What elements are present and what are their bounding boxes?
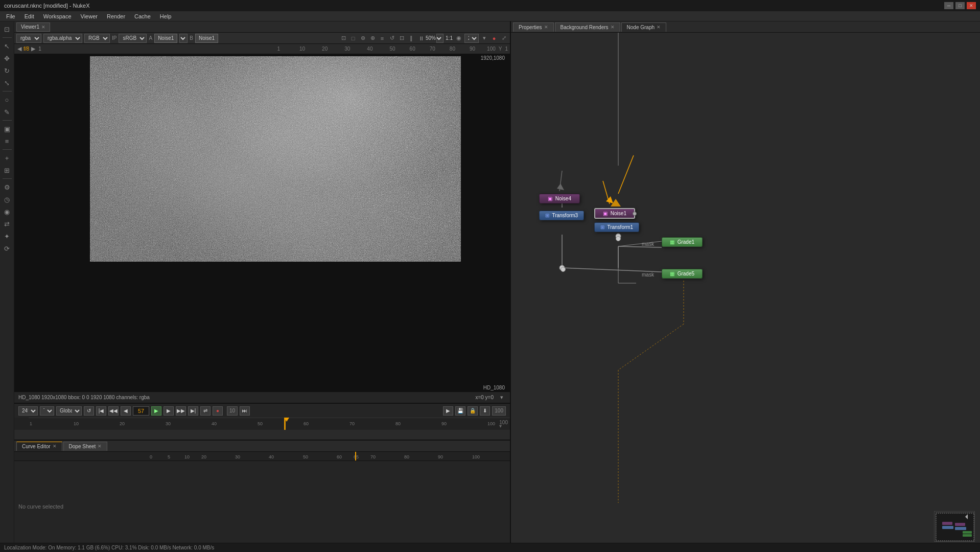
tab-curve-editor[interactable]: Curve Editor ✕ (16, 442, 62, 451)
viewer-tab[interactable]: Viewer1 ✕ (16, 22, 50, 32)
tab-properties[interactable]: Properties ✕ (513, 22, 554, 32)
node-graph-close[interactable]: ✕ (657, 25, 661, 30)
toolbar-scale-icon[interactable]: ⤡ (2, 77, 13, 88)
toolbar-grid-icon[interactable]: ⊞ (2, 165, 13, 176)
prev-frame-btn[interactable]: ◀◀ (108, 406, 119, 416)
toolbar-rotate-icon[interactable]: ↻ (2, 65, 13, 76)
toolbar-move-icon[interactable]: ✥ (2, 53, 13, 64)
viewer-icon-4[interactable]: ⊕ (368, 34, 377, 42)
skip-fwd-btn[interactable]: ▶▶ (176, 406, 186, 416)
viewer-icon-5[interactable]: ≡ (378, 34, 386, 42)
viewer-settings-icon[interactable]: ▾ (480, 34, 488, 42)
minimize-button[interactable]: ─ (944, 2, 953, 9)
tab-bg-renders[interactable]: Background Renders ✕ (555, 22, 620, 32)
node-transform1[interactable]: ⊞ Transform1 (594, 222, 639, 232)
bottom-content: No curve selected − Revert (14, 461, 510, 552)
viewer-icon-7[interactable]: ⊡ (398, 34, 406, 42)
viewer-icon-3[interactable]: ⊛ (359, 34, 367, 42)
menu-file[interactable]: File (2, 12, 19, 20)
node-noise4[interactable]: ▣ Noise4 (539, 194, 580, 203)
tab-dope-sheet[interactable]: Dope Sheet ✕ (63, 442, 108, 451)
menu-viewer[interactable]: Viewer (77, 12, 102, 20)
menu-edit[interactable]: Edit (20, 12, 38, 20)
channel-alpha-select[interactable]: rgba.alpha (43, 34, 82, 43)
toolbar-paint-icon[interactable]: ▣ (2, 123, 13, 134)
viewer-coords: x=0 y=0 (475, 395, 494, 400)
dope-sheet-close[interactable]: ✕ (98, 444, 102, 449)
toolbar-star-icon[interactable]: ✦ (2, 231, 13, 242)
close-button[interactable]: ✕ (967, 2, 976, 9)
viewer-tab-close-icon[interactable]: ✕ (41, 25, 45, 30)
toolbar-refresh-icon[interactable]: ⟳ (2, 243, 13, 254)
bg-renders-close[interactable]: ✕ (611, 25, 615, 30)
zoom-select[interactable]: ▾ (436, 34, 444, 43)
node-grade5[interactable]: ▦ Grade5 (662, 269, 703, 279)
toolbar-eye-icon[interactable]: ◉ (2, 206, 13, 217)
viewer-icon-10[interactable]: ◉ (455, 34, 463, 42)
viewer-record-icon[interactable]: ● (490, 34, 498, 42)
noise1-label: Noise1 (611, 211, 626, 216)
toolbar-swap-icon[interactable]: ⇄ (2, 218, 13, 229)
tab-node-graph[interactable]: Node Graph ✕ (621, 22, 666, 32)
viewer-info-expand[interactable]: ▾ (498, 394, 506, 402)
mode-2d-select[interactable]: 2D (464, 34, 479, 43)
viewer-icon-9[interactable]: ⏸ (417, 34, 425, 42)
beginning-btn[interactable]: |◀ (96, 406, 106, 416)
menu-workspace[interactable]: Workspace (39, 12, 76, 20)
maximize-button[interactable]: □ (955, 2, 965, 9)
play-btn[interactable]: ▶ (151, 406, 161, 416)
reset-btn[interactable]: ↺ (84, 406, 94, 416)
channel-select[interactable]: rgba (16, 34, 41, 43)
tl-scroll-icon[interactable]: ▾ (499, 423, 502, 429)
skip-icon-btn[interactable]: ⏭ (240, 406, 250, 416)
menu-render[interactable]: Render (103, 12, 129, 20)
node-a-select[interactable]: ▾ (179, 34, 188, 43)
global-select[interactable]: Global (56, 406, 82, 416)
frame-prev-btn[interactable]: ◀ (16, 45, 22, 52)
toolbar-pen-icon[interactable]: ✎ (2, 106, 13, 118)
toolbar-layers-icon[interactable]: ≡ (2, 135, 13, 147)
end-btn[interactable]: ▶| (188, 406, 198, 416)
menu-help[interactable]: Help (156, 12, 176, 20)
node-grade1[interactable]: ▦ Grade1 (662, 237, 703, 247)
viewer-canvas-area[interactable]: 1920,1080 HD_1080 (14, 54, 510, 392)
toolbar-viewer-icon[interactable]: ⊡ (2, 24, 13, 35)
viewer-expand-icon[interactable]: ⤢ (500, 34, 508, 42)
render-play-btn[interactable]: ▶ (443, 406, 453, 416)
properties-close[interactable]: ✕ (544, 25, 548, 30)
toolbar-arrow-icon[interactable]: ↖ (2, 40, 13, 52)
curve-editor-close[interactable]: ✕ (53, 444, 57, 449)
step-fwd-btn[interactable]: ▶ (164, 406, 174, 416)
bounce-btn[interactable]: ⇌ (200, 406, 211, 416)
menu-cache[interactable]: Cache (130, 12, 155, 20)
colorspace-select[interactable]: RGB (84, 34, 110, 43)
viewer-icon-8[interactable]: ‖ (407, 34, 415, 42)
step-back-btn[interactable]: ◀ (121, 406, 131, 416)
toolbar-gear-icon[interactable]: ⚙ (2, 181, 13, 193)
node-b-label[interactable]: Noise1 (195, 34, 218, 43)
node-graph-canvas[interactable]: ▣ Noise4 ⊞ Transform3 ▣ Noise1 ⊞ Transfo… (511, 33, 980, 552)
right-panel: Properties ✕ Background Renders ✕ Node G… (510, 21, 980, 552)
render-disk-btn[interactable]: 💾 (455, 406, 465, 416)
svg-text:80: 80 (404, 454, 409, 459)
render-lock-btn[interactable]: 🔒 (468, 406, 478, 416)
frame-next-btn[interactable]: ▶ (30, 45, 36, 52)
viewer-bottom-bar: HD_1080 1920x1080 bbox: 0 0 1920 1080 ch… (14, 392, 510, 403)
viewer-icon-2[interactable]: □ (349, 34, 357, 42)
node-a-label[interactable]: Noise1 (154, 34, 177, 43)
node-noise1[interactable]: ▣ Noise1 (594, 208, 635, 219)
viewer-icon-6[interactable]: ↺ (388, 34, 396, 42)
current-frame-input[interactable] (133, 406, 149, 416)
toolbar-circle-icon[interactable]: ○ (2, 94, 13, 105)
toolbar-clock-icon[interactable]: ◷ (2, 194, 13, 205)
timeline-track[interactable]: 1 10 20 30 40 50 60 70 80 90 100 100 ▾ (14, 418, 510, 430)
record-btn[interactable]: ● (213, 406, 223, 416)
srgb-select[interactable]: sRGB (119, 34, 147, 43)
render-save-btn[interactable]: ⬇ (480, 406, 490, 416)
toolbar-plus-icon[interactable]: + (2, 152, 13, 164)
fps-select[interactable]: 24* (18, 406, 38, 416)
tf-select[interactable]: TF (40, 406, 54, 416)
node-transform3[interactable]: ⊞ Transform3 (539, 211, 584, 220)
noise4-label: Noise4 (555, 196, 571, 201)
viewer-icon-1[interactable]: ⊡ (339, 34, 347, 42)
